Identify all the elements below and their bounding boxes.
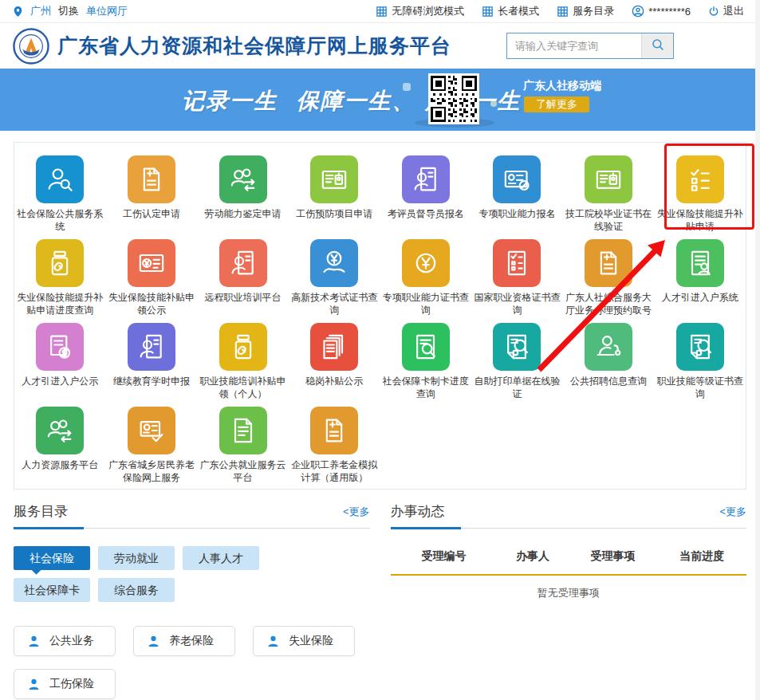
service-item-label: 技工院校毕业证书在线验证 (565, 207, 652, 233)
qr-code (428, 73, 479, 124)
service-item-tile (402, 155, 450, 203)
service-item[interactable]: 劳动能力鉴定申请 (197, 149, 289, 233)
service-item[interactable]: 广东公共就业服务云平台 (197, 400, 289, 484)
service-item[interactable]: 自助打印单据在线验证 (471, 317, 563, 400)
service-item-label: 工伤认定申请 (123, 207, 180, 233)
service-item-tile (219, 239, 267, 287)
service-item[interactable]: 广东人社综合服务大厅业务办理预约取号 (563, 233, 655, 317)
elder-mode-link[interactable]: 长者模式 (482, 4, 539, 18)
service-item-label: 失业保险技能补贴申领公示 (108, 291, 195, 317)
service-item-tile (36, 323, 84, 371)
catalog-button[interactable]: 失业保险 (253, 626, 355, 656)
service-item-label: 劳动能力鉴定申请 (205, 207, 282, 233)
catalog-button[interactable]: 养老保险 (133, 626, 235, 656)
service-item[interactable]: 企业职工养老金模拟计算（通用版） (289, 400, 380, 484)
service-item[interactable]: 职业技能培训补贴申领（个人） (197, 317, 289, 400)
service-item[interactable]: 高新技术考试证书查询 (289, 233, 380, 317)
location-label[interactable]: 广州 (30, 4, 51, 18)
service-item-label: 工伤预防项目申请 (296, 207, 372, 233)
activity-more-link[interactable]: <更多 (719, 505, 746, 519)
banner-decoration (403, 83, 411, 91)
service-item[interactable]: 专项职业能力证书查询 (380, 233, 472, 317)
service-item[interactable]: 失业保险技能补贴申领公示 (106, 233, 198, 317)
service-item[interactable]: 失业保险技能提升补贴申请 (654, 149, 746, 233)
catalog-tab[interactable]: 劳动就业 (98, 546, 175, 570)
grid-mode-icon (376, 6, 388, 18)
service-item-tile (676, 323, 724, 371)
service-item-tile (585, 239, 632, 287)
catalog-button[interactable]: 公共业务 (14, 626, 116, 656)
document-plus-icon (136, 163, 167, 195)
catalog-tabs: 社会保险劳动就业人事人才社会保障卡综合服务 (14, 546, 277, 602)
service-item[interactable]: 广东省城乡居民养老保险网上服务 (106, 400, 198, 484)
service-item-label: 高新技术考试证书查询 (291, 291, 378, 317)
service-item[interactable]: 继续教育学时申报 (106, 317, 198, 400)
catalog-tab[interactable]: 人事人才 (183, 546, 259, 570)
service-item-tile (219, 323, 267, 371)
documents-stack-icon (318, 331, 350, 363)
service-item-tile (128, 239, 175, 287)
catalog-button[interactable]: 工伤保险 (14, 669, 116, 699)
service-item[interactable]: 人力资源服务平台 (14, 400, 106, 484)
activity-empty-text: 暂无受理事项 (391, 586, 747, 600)
service-item[interactable]: 人才引进入户系统 (654, 233, 746, 317)
service-item[interactable]: 人才引进入户公示 (14, 317, 106, 400)
service-item[interactable]: 社会保障卡制卡进度查询 (380, 317, 472, 400)
service-item[interactable]: 公共招聘信息查询 (563, 317, 655, 400)
service-item-tile (36, 407, 84, 454)
service-panel: 社会保险公共服务系统工伤认定申请劳动能力鉴定申请工伤预防项目申请考评员督导员报名… (14, 142, 746, 490)
search-icon (651, 37, 665, 54)
catalog-tab[interactable]: 社会保障卡 (14, 578, 90, 602)
service-item[interactable]: 稳岗补贴公示 (289, 317, 380, 400)
people-arrows-icon (227, 163, 259, 195)
service-item-tile (402, 239, 450, 287)
section-title-activity: 办事动态 (391, 502, 445, 521)
document-person-icon (684, 247, 716, 279)
grid-mode-icon (482, 6, 494, 18)
service-item[interactable]: 工伤认定申请 (106, 149, 198, 233)
service-catalog-link[interactable]: 服务目录 (557, 4, 614, 18)
service-item[interactable]: 国家职业资格证书查询 (471, 233, 563, 317)
catalog-tab[interactable]: 综合服务 (98, 578, 175, 602)
card-yen-icon (136, 247, 167, 279)
catalog-buttons: 公共业务养老保险失业保险工伤保险 (14, 626, 364, 699)
service-item[interactable]: 考评员督导员报名 (380, 149, 472, 233)
activity-column-header: 受理编号 (391, 549, 498, 564)
section-accent-bar (391, 527, 461, 529)
switch-location-link[interactable]: 切换 (58, 4, 79, 18)
search-button[interactable] (641, 33, 673, 58)
document-search-at-icon (501, 331, 533, 363)
site-logo (13, 28, 49, 65)
activity-table-divider (391, 574, 747, 576)
service-item-tile (128, 407, 175, 454)
search-input[interactable] (507, 33, 641, 58)
people-arrows-icon (44, 415, 76, 446)
mobile-app-label: 广东人社移动端 (523, 79, 601, 93)
user-account[interactable]: *********6 (632, 5, 691, 18)
service-item-label: 广东人社综合服务大厅业务办理预约取号 (565, 291, 652, 317)
activity-column-header: 办事人 (497, 549, 568, 564)
scrollbar[interactable] (755, 0, 760, 700)
learn-more-button[interactable]: 了解更多 (524, 96, 589, 112)
catalog-grid-icon (557, 6, 569, 18)
service-item[interactable]: 技工院校毕业证书在线验证 (563, 149, 655, 233)
service-item[interactable]: 远程职业培训平台 (197, 233, 289, 317)
service-item[interactable]: 专项职业能力报名 (471, 149, 563, 233)
service-item[interactable]: 社会保险公共服务系统 (14, 149, 106, 233)
service-item-label: 社会保险公共服务系统 (17, 207, 104, 233)
person-icon (147, 635, 160, 648)
service-item-label: 公共招聘信息查询 (570, 375, 647, 400)
service-catalog-more-link[interactable]: <更多 (343, 505, 370, 519)
activity-section: 办事动态 <更多 受理编号办事人受理事项当前进度 暂无受理事项 (391, 502, 747, 699)
service-item[interactable]: 职业技能等级证书查询 (654, 317, 746, 400)
service-item-label: 考评员督导员报名 (388, 207, 464, 233)
logout-link[interactable]: 退出 (708, 4, 744, 18)
catalog-tab[interactable]: 社会保险 (14, 546, 90, 570)
service-item[interactable]: 工伤预防项目申请 (289, 149, 380, 233)
bottle-icon (44, 247, 76, 279)
service-item-tile (676, 155, 724, 203)
location-pin-icon (13, 6, 23, 18)
unit-portal-link[interactable]: 单位网厅 (86, 4, 128, 18)
accessibility-mode-link[interactable]: 无障碍浏览模式 (376, 4, 464, 18)
service-item[interactable]: 失业保险技能提升补贴申请进度查询 (14, 233, 106, 317)
